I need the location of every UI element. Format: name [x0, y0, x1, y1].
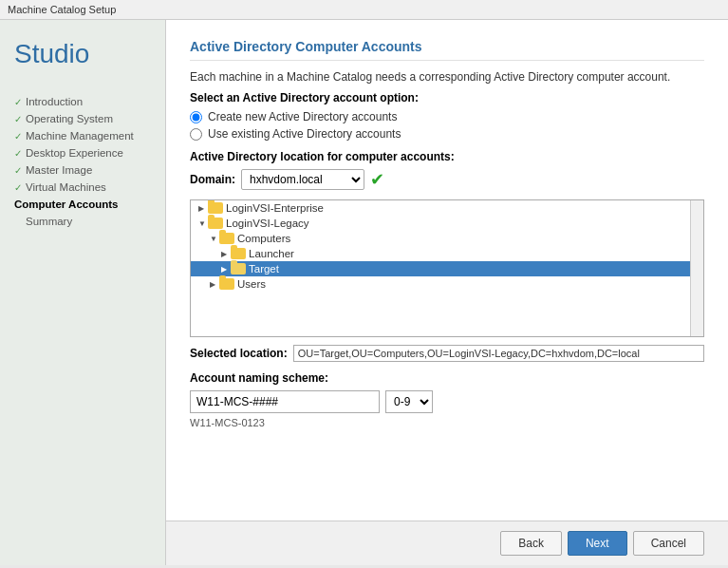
cancel-button[interactable]: Cancel [633, 531, 704, 556]
title-text: Machine Catalog Setup [8, 4, 116, 15]
tree-item-computers[interactable]: ▼ Computers [191, 231, 703, 246]
sidebar: Studio ✓ Introduction ✓ Operating System… [0, 20, 166, 565]
tree-item-loginvsi-legacy[interactable]: ▼ LoginVSI-Legacy [191, 216, 703, 231]
description-text: Each machine in a Machine Catalog needs … [190, 70, 704, 84]
sidebar-item-label: Master Image [26, 164, 92, 176]
sidebar-item-virtual-machines[interactable]: ✓ Virtual Machines [14, 179, 151, 196]
sidebar-item-desktop-experience[interactable]: ✓ Desktop Experience [14, 144, 151, 161]
sidebar-item-operating-system[interactable]: ✓ Operating System [14, 110, 151, 127]
tree-item-label: LoginVSI-Legacy [226, 218, 309, 229]
sidebar-item-machine-management[interactable]: ✓ Machine Management [14, 127, 151, 144]
sidebar-item-master-image[interactable]: ✓ Master Image [14, 161, 151, 179]
footer-buttons: Back Next Cancel [166, 521, 728, 565]
sidebar-item-label: Computer Accounts [14, 199, 118, 210]
naming-dropdown[interactable]: 0-9 A-Z a-z [385, 390, 433, 413]
ad-location-label: Active Directory location for computer a… [190, 150, 704, 163]
tree-item-label: Computers [237, 233, 290, 244]
domain-row: Domain: hxhvdom.local ✔ [190, 169, 704, 190]
next-button[interactable]: Next [568, 531, 627, 556]
tree-item-loginvsi-enterprise[interactable]: ▶ LoginVSI-Enterprise [191, 200, 703, 216]
check-icon: ✓ [14, 182, 22, 193]
tree-item-target[interactable]: ▶ Target [191, 261, 703, 276]
folder-icon [219, 233, 234, 244]
sidebar-item-label: Machine Management [26, 130, 134, 142]
check-icon: ✓ [14, 148, 22, 159]
tree-item-users[interactable]: ▶ Users [191, 276, 703, 292]
naming-label: Account naming scheme: [190, 371, 704, 385]
sidebar-title: Studio [14, 39, 151, 69]
sidebar-item-introduction[interactable]: ✓ Introduction [14, 93, 151, 110]
folder-icon [208, 218, 223, 229]
radio-use-existing[interactable]: Use existing Active Directory accounts [190, 127, 704, 141]
domain-verified-icon: ✔ [370, 169, 384, 190]
tree-arrow: ▼ [210, 235, 219, 243]
radio-create-new[interactable]: Create new Active Directory accounts [190, 110, 704, 123]
folder-icon [219, 278, 234, 290]
radio-create-new-label: Create new Active Directory accounts [208, 110, 397, 123]
folder-icon [231, 263, 246, 275]
select-option-label: Select an Active Directory account optio… [190, 91, 704, 104]
sidebar-item-label: Introduction [26, 96, 83, 107]
tree-arrow: ▶ [210, 280, 219, 289]
radio-group: Create new Active Directory accounts Use… [190, 110, 704, 141]
content-panel: Active Directory Computer Accounts Each … [166, 20, 728, 521]
sidebar-item-label: Operating System [26, 113, 113, 124]
selected-location-row: Selected location: OU=Target,OU=Computer… [190, 345, 704, 362]
content-title: Active Directory Computer Accounts [190, 39, 704, 61]
selected-location-label: Selected location: [190, 347, 288, 360]
naming-preview: W11-MCS-0123 [190, 417, 704, 428]
sidebar-item-label: Desktop Experience [26, 147, 123, 159]
tree-arrow: ▼ [198, 219, 208, 228]
sidebar-item-summary[interactable]: Summary [14, 213, 151, 230]
folder-icon [208, 202, 223, 214]
check-icon: ✓ [14, 131, 22, 142]
tree-item-label: Target [249, 263, 279, 275]
sidebar-item-label: Summary [26, 216, 72, 227]
radio-use-existing-label: Use existing Active Directory accounts [208, 127, 401, 141]
naming-input[interactable] [190, 390, 380, 413]
tree-item-label: Launcher [249, 248, 294, 259]
tree-arrow: ▶ [198, 204, 208, 213]
tree-item-label: LoginVSI-Enterprise [226, 202, 324, 214]
back-button[interactable]: Back [500, 531, 562, 556]
domain-label: Domain: [190, 173, 235, 186]
tree-item-label: Users [237, 278, 266, 290]
radio-create-new-input[interactable] [190, 111, 202, 123]
selected-location-value: OU=Target,OU=Computers,OU=LoginVSI-Legac… [293, 345, 704, 362]
tree-arrow: ▶ [221, 250, 231, 258]
sidebar-item-computer-accounts[interactable]: Computer Accounts [14, 196, 151, 213]
naming-section: Account naming scheme: 0-9 A-Z a-z W11-M… [190, 371, 704, 428]
radio-use-existing-input[interactable] [190, 128, 202, 141]
title-bar: Machine Catalog Setup [0, 0, 728, 20]
sidebar-nav: ✓ Introduction ✓ Operating System ✓ Mach… [14, 93, 151, 230]
check-icon: ✓ [14, 165, 22, 176]
tree-scrollbar[interactable] [690, 200, 703, 336]
tree-container[interactable]: ▶ LoginVSI-Enterprise ▼ LoginVSI-Legacy … [190, 199, 704, 337]
sidebar-item-label: Virtual Machines [26, 181, 106, 193]
check-icon: ✓ [14, 97, 22, 107]
naming-row: 0-9 A-Z a-z [190, 390, 704, 413]
folder-icon [231, 248, 246, 259]
domain-select[interactable]: hxhvdom.local [241, 169, 364, 190]
tree-item-launcher[interactable]: ▶ Launcher [191, 246, 703, 261]
check-icon: ✓ [14, 114, 22, 124]
tree-arrow: ▶ [221, 265, 231, 274]
